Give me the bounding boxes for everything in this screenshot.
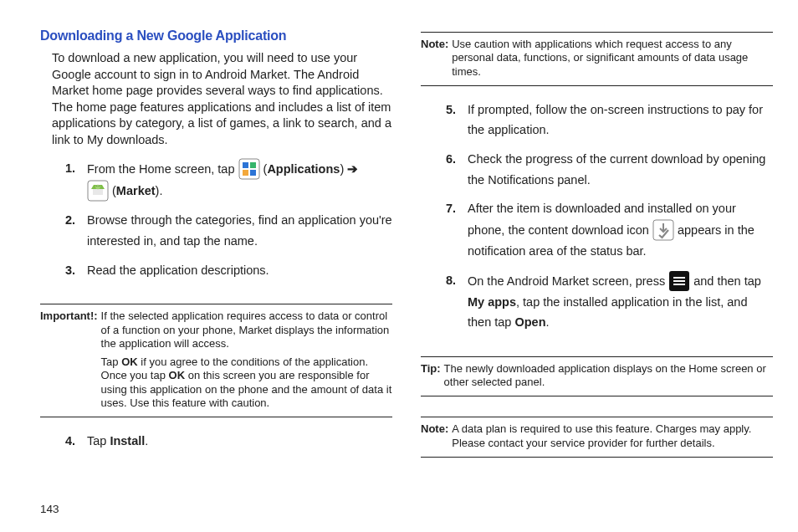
step-number: 4.: [65, 431, 75, 452]
svg-rect-12: [673, 280, 685, 282]
step-text: Browse through the categories, find an a…: [87, 213, 392, 248]
step-text-b: and then tap: [693, 274, 761, 288]
step-number: 8.: [446, 270, 456, 291]
step-text: Tap: [87, 434, 110, 448]
svg-rect-2: [250, 162, 256, 168]
applications-label: Applications: [267, 162, 340, 176]
step-5: 5. If prompted, follow the on-screen ins…: [453, 100, 773, 141]
step-number: 7.: [446, 198, 456, 219]
step-6: 6. Check the progress of the current dow…: [453, 149, 773, 190]
important-label: Important!:: [40, 309, 98, 410]
note-text: A data plan is required to use this feat…: [452, 422, 773, 450]
svg-rect-3: [243, 170, 248, 176]
step-text: If prompted, follow the on-screen instru…: [468, 103, 763, 137]
step-text-a: On the Android Market screen, press: [468, 274, 668, 288]
important-text: If the selected application requires acc…: [101, 309, 392, 410]
tip-callout: Tip: The newly downloaded application di…: [421, 356, 773, 397]
step-number: 3.: [65, 260, 75, 281]
svg-rect-0: [239, 159, 259, 179]
svg-point-7: [96, 186, 97, 187]
step-1: 1. From the Home screen, tap (Applicatio…: [72, 158, 392, 202]
applications-icon: [238, 158, 260, 180]
tip-label: Tip:: [421, 362, 441, 390]
install-label: Install: [110, 434, 145, 448]
step-number: 1.: [65, 158, 75, 179]
steps-list-left-2: 4. Tap Install.: [40, 431, 392, 460]
my-apps-label: My apps: [468, 295, 516, 309]
svg-point-8: [99, 186, 100, 187]
arrow-icon: ➔: [347, 162, 358, 176]
menu-hardkey-icon: [668, 270, 690, 292]
steps-list-right: 5. If prompted, follow the on-screen ins…: [421, 100, 773, 341]
tip-text: The newly downloaded application display…: [444, 362, 773, 390]
steps-list-left: 1. From the Home screen, tap (Applicatio…: [40, 158, 392, 289]
step-8: 8. On the Android Market screen, press a…: [453, 270, 773, 333]
svg-point-6: [95, 185, 100, 190]
page-number: 143: [40, 496, 392, 515]
step-text-d: .: [546, 315, 550, 329]
section-heading: Downloading a New Google Application: [40, 28, 392, 43]
step-2: 2. Browse through the categories, find a…: [72, 210, 392, 251]
step-text: Check the progress of the current downlo…: [468, 152, 765, 187]
important-p1: If the selected application requires acc…: [101, 309, 392, 350]
open-label: Open: [514, 315, 545, 329]
two-column-layout: Downloading a New Google Application To …: [40, 25, 773, 515]
right-column: Note: Use caution with applications whic…: [421, 25, 773, 515]
note-bottom-callout: Note: A data plan is required to use thi…: [421, 417, 773, 458]
step-number: 5.: [446, 100, 456, 120]
step-text: From the Home screen, tap: [87, 162, 238, 176]
note-label: Note:: [421, 38, 448, 79]
step-number: 2.: [65, 210, 75, 231]
note-top-callout: Note: Use caution with applications whic…: [421, 32, 773, 86]
svg-rect-11: [673, 277, 685, 279]
download-complete-icon: [652, 219, 674, 241]
left-column: Downloading a New Google Application To …: [40, 25, 392, 515]
important-p2: Tap OK if you agree to the conditions of…: [101, 356, 392, 410]
step-number: 6.: [446, 149, 456, 170]
market-label: Market: [116, 184, 156, 197]
svg-rect-1: [243, 162, 248, 168]
step-7: 7. After the item is downloaded and inst…: [453, 198, 773, 261]
important-callout: Important!: If the selected application …: [40, 304, 392, 417]
manual-page: Downloading a New Google Application To …: [0, 0, 798, 532]
step-3: 3. Read the application descriptions.: [72, 260, 392, 281]
note-label: Note:: [421, 422, 448, 450]
step-4: 4. Tap Install.: [72, 431, 392, 452]
svg-rect-4: [250, 170, 256, 176]
market-icon: [87, 180, 109, 202]
svg-rect-13: [673, 284, 685, 285]
intro-paragraph: To download a new application, you will …: [40, 50, 392, 148]
note-text: Use caution with applications which requ…: [452, 38, 773, 79]
step-text: Read the application descriptions.: [87, 263, 269, 277]
